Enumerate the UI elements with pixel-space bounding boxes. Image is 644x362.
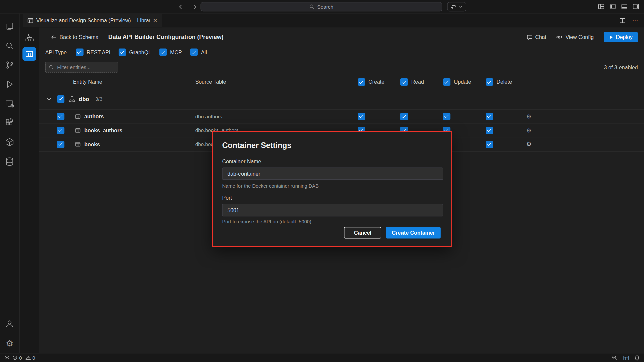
chevron-down-icon [459, 4, 463, 9]
source-table: dbo.authors [195, 114, 222, 119]
delete-checkbox[interactable] [486, 127, 493, 134]
mcp-option[interactable]: MCP [159, 48, 182, 56]
view-config-button[interactable]: View Config [556, 34, 594, 40]
tab-close-icon[interactable]: × [153, 17, 158, 23]
dab-status-icon[interactable] [623, 355, 629, 361]
nav-back-icon[interactable] [178, 3, 185, 11]
row-settings-gear-icon[interactable]: ⚙ [526, 113, 532, 120]
dab-config-icon-selected[interactable] [22, 47, 36, 61]
schema-designer-icon[interactable] [20, 31, 39, 44]
graphql-checkbox[interactable] [119, 48, 126, 56]
page-title: Data API Builder Configuration (Preview) [108, 34, 224, 40]
create-checkbox[interactable] [358, 113, 365, 120]
search-label: Search [317, 4, 334, 10]
cancel-button[interactable]: Cancel [344, 227, 381, 238]
tab-visualize-schema[interactable]: Visualize and Design Schema (Preview) – … [23, 13, 162, 27]
problems-indicator[interactable]: 0 0 [12, 355, 35, 361]
update-all-checkbox[interactable] [443, 78, 450, 86]
delete-all-checkbox[interactable] [486, 78, 493, 86]
chat-button[interactable]: Chat [527, 34, 546, 40]
group-count: 3/3 [95, 96, 102, 102]
extensions-icon[interactable] [0, 113, 19, 133]
read-all-checkbox[interactable] [400, 78, 408, 86]
all-option[interactable]: All [190, 48, 207, 56]
port-help: Port to expose the API on (default: 5000… [222, 219, 311, 225]
layout-control-dropdown[interactable] [447, 2, 466, 11]
table-row-authors[interactable]: authors dbo.authors ⚙ [39, 110, 644, 124]
row-settings-gear-icon[interactable]: ⚙ [526, 127, 532, 134]
back-to-schema-link[interactable]: Back to Schema [51, 34, 99, 40]
explorer-icon[interactable] [0, 17, 19, 36]
deploy-label: Deploy [616, 34, 633, 40]
run-debug-icon[interactable] [0, 75, 19, 94]
schema-group-row[interactable]: dbo 3/3 [39, 88, 644, 110]
account-icon[interactable] [0, 314, 19, 334]
deploy-button[interactable]: Deploy [603, 32, 638, 42]
status-bar-right [612, 355, 640, 361]
search-icon [309, 4, 315, 9]
source-table-header: Source Table [195, 79, 226, 85]
source-control-icon[interactable] [0, 55, 19, 75]
all-checkbox[interactable] [190, 48, 198, 56]
entity-filter-input[interactable] [56, 64, 115, 71]
all-label: All [201, 49, 207, 55]
row-checkbox[interactable] [57, 127, 64, 134]
toggle-panel-icon[interactable] [621, 3, 628, 10]
entity-table-header: Entity Name Source Table Create Read Upd… [39, 76, 644, 88]
filter-search-icon [49, 65, 54, 70]
delete-checkbox[interactable] [486, 113, 493, 120]
warning-icon [25, 355, 31, 360]
extension-side-strip [20, 27, 39, 353]
schema-tab-icon [27, 17, 33, 23]
port-label: Port [222, 195, 232, 201]
tab-bar: Visualize and Design Schema (Preview) – … [20, 13, 644, 27]
group-name: dbo [79, 96, 89, 102]
delete-header: Delete [496, 79, 512, 85]
rest-api-option[interactable]: REST API [76, 48, 110, 56]
create-all-checkbox[interactable] [358, 78, 365, 86]
update-header: Update [454, 79, 471, 85]
more-actions-icon[interactable]: ⋯ [632, 17, 638, 24]
error-count: 0 [19, 355, 22, 361]
back-link-label: Back to Schema [60, 34, 99, 40]
group-expand-chevron-icon[interactable] [46, 96, 52, 102]
toggle-secondary-sidebar-icon[interactable] [633, 3, 639, 10]
schema-group-icon [69, 96, 75, 102]
status-bar: 0 0 [0, 353, 644, 362]
package-cube-icon[interactable] [0, 133, 19, 152]
group-checkbox[interactable] [57, 95, 64, 102]
modal-buttons: Cancel Create Container [344, 227, 441, 238]
api-type-filter-row: API Type REST API GraphQL MCP All [45, 47, 207, 57]
search-sidebar-icon[interactable] [0, 36, 19, 56]
nav-forward-icon[interactable] [190, 3, 197, 11]
command-center-search[interactable]: Search [201, 2, 442, 11]
notifications-bell-icon[interactable] [634, 355, 640, 361]
warning-count: 0 [32, 355, 35, 361]
editor-actions: ⋯ [620, 17, 638, 24]
update-checkbox[interactable] [443, 113, 450, 120]
zoom-indicator-icon[interactable] [612, 355, 618, 361]
mcp-checkbox[interactable] [159, 48, 167, 56]
error-icon [12, 355, 18, 360]
port-input[interactable] [222, 204, 443, 217]
page-header: Back to Schema Data API Builder Configur… [51, 31, 638, 43]
customize-layout-icon[interactable] [598, 3, 605, 10]
read-checkbox[interactable] [400, 113, 408, 120]
row-checkbox[interactable] [57, 140, 64, 148]
row-checkbox[interactable] [57, 113, 64, 120]
row-settings-gear-icon[interactable]: ⚙ [526, 140, 532, 148]
container-name-input[interactable] [222, 168, 443, 180]
entity-filter-box [45, 62, 118, 73]
create-container-button[interactable]: Create Container [386, 227, 441, 238]
view-config-label: View Config [565, 34, 594, 40]
database-icon[interactable] [0, 152, 19, 171]
rest-api-checkbox[interactable] [76, 48, 83, 56]
graphql-option[interactable]: GraphQL [119, 48, 151, 56]
settings-gear-icon[interactable]: ⚙ [0, 334, 19, 353]
create-header: Create [368, 79, 384, 85]
toggle-sidebar-icon[interactable] [609, 3, 616, 10]
remote-indicator[interactable] [4, 355, 10, 361]
split-editor-icon[interactable] [620, 17, 626, 23]
delete-checkbox[interactable] [486, 140, 493, 148]
remote-explorer-icon[interactable] [0, 94, 19, 113]
